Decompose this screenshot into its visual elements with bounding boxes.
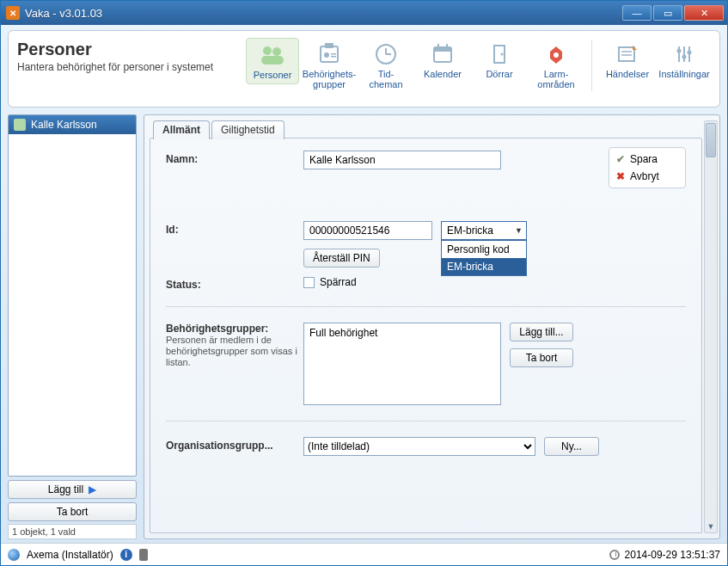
status-bar: Axema (Installatör) i 2014-09-29 13:51:3… (1, 543, 727, 565)
add-person-button[interactable]: Lägg till ▶ (8, 480, 137, 499)
org-new-button[interactable]: Ny... (544, 437, 599, 456)
svg-point-18 (554, 52, 559, 58)
alarm-icon (541, 41, 571, 67)
app-window: ✕ Vaka - v3.01.03 — ▭ ✕ Personer Hantera… (0, 0, 728, 566)
nav-label: Larm- områden (537, 69, 574, 89)
app-icon: ✕ (6, 6, 20, 20)
svg-rect-7 (331, 56, 336, 58)
nav-tidscheman[interactable]: Tid- cheman (359, 38, 413, 93)
svg-rect-12 (434, 47, 451, 52)
door-icon (485, 41, 514, 67)
ribbon: Personer Hantera behörighet för personer… (8, 30, 720, 108)
id-type-option[interactable]: Personlig kod (442, 241, 526, 258)
svg-rect-13 (437, 44, 439, 49)
option-label: EM-bricka (447, 261, 493, 273)
cancel-button[interactable]: ✖ Avbryt (616, 170, 678, 182)
nav-label: Kalender (424, 69, 462, 79)
clock-icon (609, 550, 620, 560)
save-button[interactable]: ✔ Spara (616, 153, 678, 165)
id-type-option-selected[interactable]: EM-bricka (442, 258, 526, 275)
scroll-thumb[interactable] (706, 123, 716, 157)
person-list-panel: Kalle Karlsson Lägg till ▶ Ta bort 1 obj… (8, 114, 137, 539)
chevron-down-icon: ▼ (515, 226, 523, 235)
id-label: Id: (166, 221, 303, 236)
tab-allmant[interactable]: Allmänt (153, 120, 210, 139)
group-add-button[interactable]: Lägg till... (510, 323, 573, 341)
page-subtitle: Hantera behörighet för personer i system… (17, 61, 213, 73)
check-icon: ✔ (616, 153, 625, 165)
svg-point-26 (682, 55, 687, 59)
svg-rect-4 (325, 43, 333, 48)
status-user: Axema (Installatör) (27, 549, 113, 561)
globe-icon (8, 549, 20, 561)
id-input[interactable] (303, 221, 432, 240)
group-item[interactable]: Full behörighet (309, 327, 495, 339)
person-icon (14, 119, 26, 131)
list-status: 1 objekt, 1 vald (8, 524, 137, 539)
button-label: Ny... (561, 440, 582, 452)
database-icon[interactable] (139, 549, 148, 561)
nav-label: Händelser (606, 69, 649, 79)
tab-label: Allmänt (162, 124, 200, 136)
nav-installningar[interactable]: Inställningar (658, 38, 711, 83)
button-label: Lägg till... (519, 326, 563, 338)
tab-giltighetstid[interactable]: Giltighetstid (211, 120, 284, 139)
vertical-scrollbar[interactable]: ▲ ▼ (704, 120, 718, 533)
events-icon (613, 41, 642, 67)
cross-icon: ✖ (616, 170, 625, 182)
ribbon-divider (591, 40, 592, 91)
window-maximize-button[interactable]: ▭ (653, 5, 682, 21)
info-icon[interactable]: i (120, 549, 132, 561)
person-list-item-selected[interactable]: Kalle Karlsson (9, 115, 136, 134)
combo-value: EM-bricka (447, 225, 493, 237)
blocked-checkbox[interactable] (303, 277, 315, 288)
name-label: Namn: (166, 151, 303, 165)
nav-handelser[interactable]: Händelser (601, 38, 654, 83)
calendar-icon (428, 41, 457, 67)
svg-point-5 (324, 52, 329, 58)
id-type-dropdown[interactable]: Personlig kod EM-bricka (441, 240, 527, 276)
status-label: Status: (166, 276, 303, 291)
window-title: Vaka - v3.01.03 (25, 7, 622, 20)
settings-icon (670, 41, 699, 67)
org-label: Organisationsgrupp... (166, 437, 303, 452)
people-icon (258, 42, 287, 68)
nav-label: Tid- cheman (369, 69, 402, 89)
detail-panel: Allmänt Giltighetstid ▲ ▼ Namn: ✔ (144, 114, 720, 539)
groups-listbox[interactable]: Full behörighet (303, 323, 501, 405)
window-minimize-button[interactable]: — (622, 5, 652, 21)
org-group-select[interactable]: (Inte tilldelad) (303, 437, 535, 456)
name-input[interactable] (303, 151, 501, 169)
tab-label: Giltighetstid (221, 124, 275, 136)
button-label: Återställ PIN (313, 252, 370, 264)
svg-rect-19 (619, 47, 634, 61)
svg-point-0 (263, 46, 272, 55)
group-remove-button[interactable]: Ta bort (510, 348, 573, 367)
page-title: Personer (17, 40, 213, 59)
id-type-combobox[interactable]: EM-bricka ▼ (441, 221, 527, 240)
svg-rect-2 (261, 56, 284, 65)
tab-page-allmant: Namn: ✔ Spara ✖ Avbryt (150, 138, 702, 533)
content-area: Kalle Karlsson Lägg till ▶ Ta bort 1 obj… (8, 114, 720, 539)
button-label: Ta bort (526, 352, 558, 364)
nav-label: Inställningar (658, 69, 709, 79)
reset-pin-button[interactable]: Återställ PIN (303, 249, 380, 268)
scroll-down-arrow[interactable]: ▼ (705, 520, 717, 532)
groups-label: Behörighetsgrupper: (166, 323, 303, 335)
play-icon: ▶ (89, 483, 96, 495)
person-name: Kalle Karlsson (31, 119, 97, 131)
blocked-label: Spärrad (320, 276, 357, 288)
person-list[interactable]: Kalle Karlsson (8, 114, 137, 477)
svg-point-25 (677, 49, 682, 53)
nav-kalender[interactable]: Kalender (416, 38, 469, 83)
nav-behorighetsgrupper[interactable]: Behörighets- grupper (303, 38, 356, 93)
nav-dorrar[interactable]: Dörrar (473, 38, 526, 83)
svg-point-27 (688, 51, 692, 55)
nav-larmomraden[interactable]: Larm- områden (529, 38, 583, 93)
status-datetime: 2014-09-29 13:51:37 (625, 549, 720, 561)
divider (166, 421, 686, 421)
window-close-button[interactable]: ✕ (684, 5, 724, 21)
remove-person-button[interactable]: Ta bort (8, 502, 137, 521)
nav-personer[interactable]: Personer (246, 38, 299, 84)
badge-icon (315, 41, 344, 67)
